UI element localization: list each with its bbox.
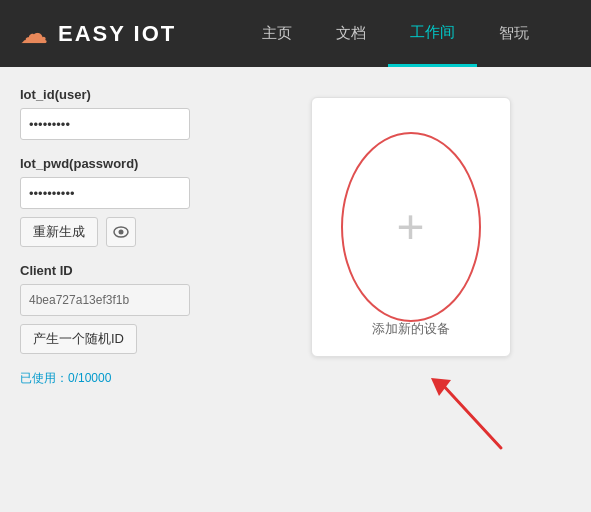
- nav-home[interactable]: 主页: [240, 0, 314, 67]
- client-id-label: Client ID: [20, 263, 230, 278]
- nav-docs[interactable]: 文档: [314, 0, 388, 67]
- right-panel: + 添加新的设备: [250, 87, 571, 492]
- regenerate-button[interactable]: 重新生成: [20, 217, 98, 247]
- iot-pwd-label: Iot_pwd(password): [20, 156, 230, 171]
- left-panel: Iot_id(user) Iot_pwd(password) 重新生成 Clie…: [20, 87, 230, 492]
- usage-text: 已使用：0/10000: [20, 370, 230, 387]
- iot-pwd-group: Iot_pwd(password) 重新生成: [20, 156, 230, 247]
- client-id-input[interactable]: [20, 284, 190, 316]
- nav-workspace[interactable]: 工作间: [388, 0, 477, 67]
- add-device-card[interactable]: + 添加新的设备: [311, 97, 511, 357]
- arrow-icon: [421, 368, 511, 458]
- cloud-icon: ☁: [20, 17, 48, 50]
- main-nav: 主页 文档 工作间 智玩: [220, 0, 571, 67]
- logo-text: EASY IOT: [58, 21, 176, 47]
- iot-id-input[interactable]: [20, 108, 190, 140]
- arrow-container: [421, 368, 511, 462]
- iot-id-label: Iot_id(user): [20, 87, 230, 102]
- logo-area: ☁ EASY IOT: [20, 17, 220, 50]
- iot-pwd-input[interactable]: [20, 177, 190, 209]
- random-id-button[interactable]: 产生一个随机ID: [20, 324, 137, 354]
- iot-id-group: Iot_id(user): [20, 87, 230, 140]
- svg-line-2: [441, 383, 501, 448]
- oval-border: +: [341, 132, 481, 322]
- eye-icon: [113, 226, 129, 238]
- main-content: Iot_id(user) Iot_pwd(password) 重新生成 Clie…: [0, 67, 591, 512]
- nav-play[interactable]: 智玩: [477, 0, 551, 67]
- header: ☁ EASY IOT 主页 文档 工作间 智玩: [0, 0, 591, 67]
- client-id-group: Client ID 产生一个随机ID: [20, 263, 230, 354]
- add-device-label: 添加新的设备: [372, 320, 450, 338]
- pwd-actions: 重新生成: [20, 217, 230, 247]
- svg-point-1: [119, 230, 124, 235]
- svg-marker-3: [431, 378, 451, 396]
- plus-icon: +: [396, 203, 424, 251]
- toggle-password-button[interactable]: [106, 217, 136, 247]
